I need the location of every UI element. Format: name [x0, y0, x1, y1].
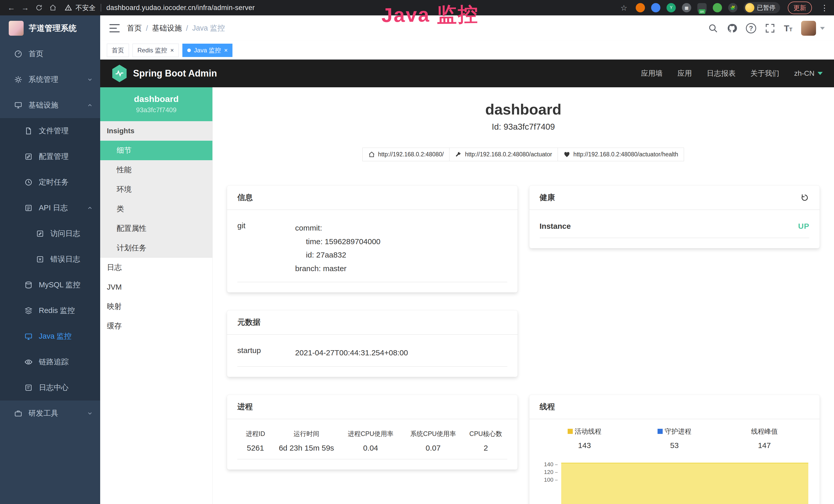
extension-puzzle-icon[interactable]: 🧩 [728, 3, 738, 12]
insights-section: Insights 细节 性能 环境 类 配置属性 计划任务 [100, 121, 213, 258]
monitor-icon [14, 101, 22, 109]
address-bar[interactable]: 不安全 dashboard.yudao.iocoder.cn/infra/adm… [65, 3, 616, 12]
sba-item-jvm[interactable]: JVM [100, 277, 213, 297]
sba-item-details[interactable]: 细节 [100, 141, 213, 160]
heartbeat-icon [564, 151, 570, 158]
legend-square-daemon [658, 429, 663, 434]
health-url-link[interactable]: http://192.168.0.2:48080/actuator/health [557, 147, 684, 161]
chrome-update-button[interactable]: 更新 [788, 2, 812, 14]
sba-content: dashboard Id: 93a3fc7f7409 http://192.16… [213, 87, 834, 504]
help-icon[interactable]: ? [746, 23, 756, 33]
extension-icon-orange[interactable] [636, 3, 645, 12]
nav-applications[interactable]: 应用 [678, 69, 692, 78]
nav-about[interactable]: 关于我们 [750, 69, 779, 78]
database-icon [24, 281, 32, 289]
profile-chip[interactable]: 已暂停 [744, 2, 780, 13]
process-card-title: 进程 [237, 402, 253, 412]
close-icon[interactable]: × [224, 47, 227, 53]
app-logo[interactable]: 芋道管理系统 [0, 16, 100, 41]
forward-button[interactable]: → [20, 2, 31, 13]
health-card-title: 健康 [540, 192, 555, 203]
status-badge: UP [798, 222, 809, 231]
refresh-icon[interactable] [34, 2, 45, 13]
eye-icon [24, 358, 32, 366]
sidebar-item-cron-job[interactable]: 定时任务 [0, 169, 100, 195]
close-icon[interactable]: × [170, 47, 174, 53]
user-avatar[interactable] [801, 21, 816, 36]
extension-icon-grid[interactable]: ▦ [682, 3, 691, 12]
sidebar-item-redis-monitor[interactable]: Redis 监控 [0, 298, 100, 323]
tab-redis-monitor[interactable]: Redis 监控 × [133, 44, 179, 57]
back-button[interactable]: ← [6, 2, 17, 13]
sba-item-classes[interactable]: 类 [100, 199, 213, 219]
warning-triangle-icon [65, 4, 72, 11]
instance-header[interactable]: dashboard 93a3fc7f7409 [100, 87, 213, 121]
security-warning-label: 不安全 [75, 3, 95, 12]
sidebar-item-link-trace[interactable]: 链路追踪 [0, 349, 100, 375]
actuator-url-link[interactable]: http://192.168.0.2:48080/actuator [449, 147, 558, 161]
threads-legend: 活动线程 143 守护进程 53 线程峰值 14 [540, 427, 810, 450]
locale-select[interactable]: zh-CN [794, 69, 823, 77]
toolbox-icon [14, 409, 22, 417]
sba-item-mappings[interactable]: 映射 [100, 297, 213, 316]
tab-home[interactable]: 首页 [107, 44, 129, 57]
sba-item-metrics[interactable]: 性能 [100, 160, 213, 180]
url-text[interactable]: dashboard.yudao.iocoder.cn/infra/admin-s… [106, 4, 255, 12]
file-icon [24, 127, 32, 135]
font-size-icon[interactable]: TT [784, 23, 792, 33]
sidebar-item-access-log[interactable]: 访问日志 [0, 221, 100, 247]
browser-menu-icon[interactable]: ⋮ [821, 3, 828, 12]
bookmark-star-icon[interactable]: ☆ [618, 2, 630, 13]
browser-actions: ☆ Y ▦ on 🧩 已暂停 更新 ⋮ [618, 2, 828, 14]
threads-area-chart: 140 120 100 [540, 457, 810, 498]
search-icon[interactable] [708, 23, 718, 33]
sidebar-item-home[interactable]: 首页 [0, 41, 100, 67]
extension-icon-on-switch[interactable]: on [697, 3, 707, 12]
chevron-down-icon [817, 72, 823, 75]
avatar-caret-icon[interactable] [820, 27, 825, 30]
sba-item-configprops[interactable]: 配置属性 [100, 219, 213, 238]
sba-item-env[interactable]: 环境 [100, 180, 213, 199]
health-instance-row[interactable]: Instance UP [540, 214, 810, 238]
github-icon[interactable] [727, 23, 737, 33]
sidebar-item-config-manage[interactable]: 配置管理 [0, 144, 100, 169]
logo-image [9, 21, 24, 36]
sync-paused-badge: 已暂停 [757, 4, 775, 12]
sba-item-scheduledtasks[interactable]: 计划任务 [100, 238, 213, 258]
extension-icon-green-circle[interactable]: Y [666, 3, 676, 12]
breadcrumb-infra[interactable]: 基础设施 [152, 23, 182, 33]
active-threads-area [561, 463, 809, 504]
sidebar-item-error-log[interactable]: 错误日志 [0, 247, 100, 272]
edit-icon [24, 153, 32, 161]
extension-icon-leaf[interactable] [713, 3, 722, 12]
home-icon[interactable] [47, 2, 59, 13]
tab-java-monitor[interactable]: Java 监控 × [182, 44, 233, 57]
insights-label: Insights [100, 121, 213, 141]
sidebar-item-infra[interactable]: 基础设施 [0, 92, 100, 118]
sidebar-item-api-log[interactable]: API 日志 [0, 195, 100, 221]
nav-journal[interactable]: 日志报表 [707, 69, 736, 78]
sba-item-loggers[interactable]: 日志 [100, 258, 213, 277]
service-url-link[interactable]: http://192.168.0.2:48080/ [363, 147, 450, 161]
hamburger-icon[interactable] [109, 24, 120, 32]
sidebar-item-system[interactable]: 系统管理 [0, 67, 100, 92]
nav-wallboard[interactable]: 应用墙 [641, 69, 663, 78]
breadcrumb-home[interactable]: 首页 [127, 23, 142, 33]
app-main: 首页 / 基础设施 / Java 监控 ? TT [100, 16, 834, 504]
extension-icon-blue-drop[interactable] [651, 3, 660, 12]
tag-bar: 首页 Redis 监控 × Java 监控 × [100, 41, 834, 60]
sba-brand[interactable]: Spring Boot Admin [111, 65, 217, 82]
instance-title: dashboard [227, 101, 820, 118]
chevron-up-icon [87, 102, 93, 108]
sba-sidebar: dashboard 93a3fc7f7409 Insights 细节 性能 环境… [100, 87, 213, 504]
sba-item-caches[interactable]: 缓存 [100, 316, 213, 336]
sidebar-item-dev-tools[interactable]: 研发工具 [0, 400, 100, 426]
sidebar-item-log-center[interactable]: 日志中心 [0, 375, 100, 400]
sidebar-item-file-manage[interactable]: 文件管理 [0, 118, 100, 144]
sidebar-item-java-monitor[interactable]: Java 监控 [0, 323, 100, 349]
home-icon [368, 151, 375, 158]
fullscreen-icon[interactable] [765, 23, 775, 33]
gear-icon [14, 75, 22, 84]
history-icon[interactable] [800, 193, 809, 202]
sidebar-item-mysql-monitor[interactable]: MySQL 监控 [0, 272, 100, 298]
